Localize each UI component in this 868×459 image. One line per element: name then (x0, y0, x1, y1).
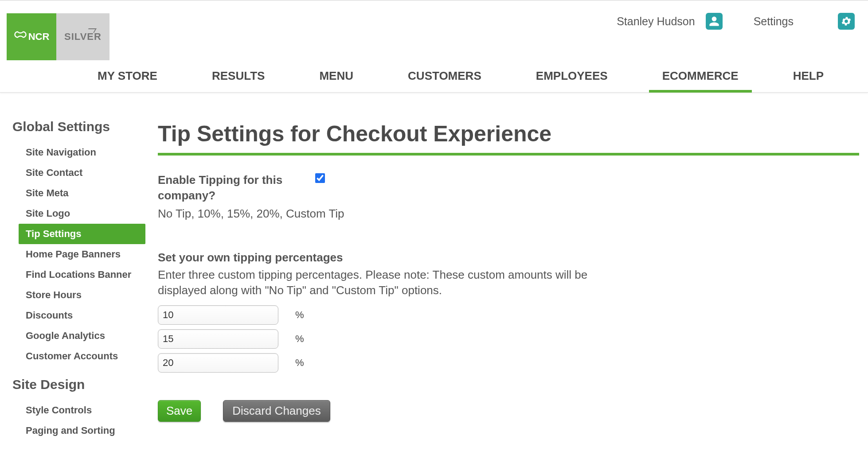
sidebar-item-customer-accounts[interactable]: Customer Accounts (19, 346, 145, 366)
sidebar-item-site-navigation[interactable]: Site Navigation (19, 142, 145, 163)
nav-tab-help[interactable]: HELP (780, 63, 837, 92)
sidebar-item-google-analytics[interactable]: Google Analytics (19, 326, 145, 346)
sidebar-item-site-logo[interactable]: Site Logo (19, 203, 145, 224)
nav-tab-menu[interactable]: MENU (306, 63, 367, 92)
user-icon[interactable] (706, 13, 723, 30)
ncr-logo-text: NCR (28, 31, 50, 43)
nav-tab-customers[interactable]: CUSTOMERS (395, 63, 495, 92)
sidebar-item-store-hours[interactable]: Store Hours (19, 285, 145, 305)
sidebar-item-tip-settings[interactable]: Tip Settings (19, 224, 145, 244)
own-percentages-help: Enter three custom tipping percentages. … (158, 267, 601, 298)
silver-logo-text: SILVER (64, 31, 102, 43)
sidebar-section-site-design: Site Design (12, 377, 145, 392)
settings-link[interactable]: Settings (754, 15, 794, 28)
pct-suffix-1: % (289, 309, 310, 321)
discard-changes-button[interactable]: Discard Changes (223, 400, 330, 422)
topbar: Stanley Hudson Settings (0, 0, 868, 21)
nav-tab-employees[interactable]: EMPLOYEES (523, 63, 621, 92)
title-rule (158, 153, 859, 156)
sidebar-item-style-controls[interactable]: Style Controls (19, 400, 145, 420)
tip-presets-text: No Tip, 10%, 15%, 20%, Custom Tip (158, 207, 859, 221)
enable-tipping-label: Enable Tipping for this company? (158, 172, 315, 203)
pct-field-1: % (158, 305, 278, 325)
sidebar-item-paging-sorting[interactable]: Paging and Sorting (19, 420, 145, 441)
content: Tip Settings for Checkout Experience Ena… (145, 119, 859, 441)
sidebar-item-site-meta[interactable]: Site Meta (19, 183, 145, 203)
sidebar-item-discounts[interactable]: Discounts (19, 305, 145, 326)
gear-icon[interactable] (838, 13, 855, 30)
pct-suffix-3: % (289, 357, 310, 369)
nav-tab-results[interactable]: RESULTS (199, 63, 278, 92)
pct-field-3: % (158, 353, 278, 373)
main-nav: MY STORE RESULTS MENU CUSTOMERS EMPLOYEE… (0, 63, 868, 93)
page-title: Tip Settings for Checkout Experience (158, 121, 859, 147)
nav-tab-mystore[interactable]: MY STORE (84, 63, 171, 92)
enable-tipping-checkbox[interactable] (315, 173, 325, 183)
pct-input-3[interactable] (158, 354, 289, 371)
save-button[interactable]: Save (158, 400, 201, 422)
pct-input-2[interactable] (158, 331, 289, 347)
own-percentages-heading: Set your own tipping percentages (158, 251, 859, 265)
user-name[interactable]: Stanley Hudson (617, 15, 695, 28)
pct-input-1[interactable] (158, 307, 289, 323)
nav-tab-ecommerce[interactable]: ECOMMERCE (649, 63, 752, 93)
sidebar-item-find-locations-banner[interactable]: Find Locations Banner (19, 265, 145, 285)
sidebar: Global Settings Site Navigation Site Con… (12, 119, 145, 441)
pct-field-2: % (158, 329, 278, 349)
sidebar-section-global: Global Settings (12, 119, 145, 134)
sidebar-item-site-contact[interactable]: Site Contact (19, 163, 145, 183)
silver-logo[interactable]: SILVER (56, 13, 109, 60)
pct-suffix-2: % (289, 333, 310, 345)
sidebar-item-home-page-banners[interactable]: Home Page Banners (19, 244, 145, 265)
